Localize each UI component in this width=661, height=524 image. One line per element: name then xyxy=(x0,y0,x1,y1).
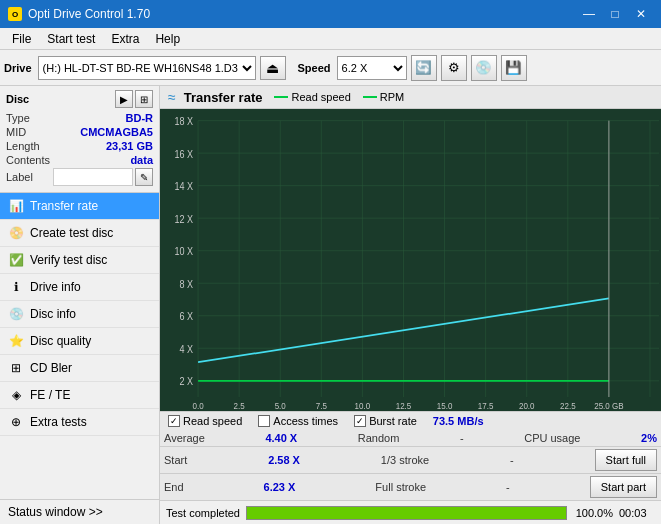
nav-item-extra-tests[interactable]: ⊕ Extra tests xyxy=(0,409,159,436)
access-times-checkbox-label: Access times xyxy=(273,415,338,427)
progress-bar-inner xyxy=(247,507,566,519)
title-bar-left: O Opti Drive Control 1.70 xyxy=(8,7,150,21)
minimize-button[interactable]: — xyxy=(577,4,601,24)
stroke-dash: - xyxy=(510,454,514,466)
close-button[interactable]: ✕ xyxy=(629,4,653,24)
chart-area: 18 X 16 X 14 X 12 X 10 X 8 X 6 X 4 X 2 X… xyxy=(160,109,661,411)
legend-rpm: RPM xyxy=(363,91,404,103)
legend-rpm-color xyxy=(363,96,377,98)
refresh-button[interactable]: 🔄 xyxy=(411,55,437,81)
cpu-usage-value: 2% xyxy=(641,432,657,444)
create-test-disc-icon: 📀 xyxy=(8,225,24,241)
transfer-rate-icon: 📊 xyxy=(8,198,24,214)
disc-label-row: Label ✎ xyxy=(6,168,153,186)
stats-row-3: End 6.23 X Full stroke - Start part xyxy=(160,473,661,500)
nav-label-drive-info: Drive info xyxy=(30,280,81,294)
burst-rate-checkbox[interactable]: ✓ Burst rate xyxy=(354,415,417,427)
svg-text:25.0 GB: 25.0 GB xyxy=(594,400,624,411)
save-button[interactable]: 💾 xyxy=(501,55,527,81)
legend-read-speed-label: Read speed xyxy=(291,91,350,103)
nav-item-disc-info[interactable]: 💿 Disc info xyxy=(0,301,159,328)
label-input[interactable] xyxy=(53,168,133,186)
nav-item-cd-bler[interactable]: ⊞ CD Bler xyxy=(0,355,159,382)
status-text: Test completed xyxy=(166,507,240,519)
read-speed-checkbox[interactable]: ✓ Read speed xyxy=(168,415,242,427)
average-label: Average xyxy=(164,432,205,444)
disc-mid-row: MID CMCMAGBA5 xyxy=(6,126,153,138)
disc-panel: Disc ▶ ⊞ Type BD-R MID CMCMAGBA5 Length … xyxy=(0,86,159,193)
chart-title: Transfer rate xyxy=(184,90,263,105)
svg-text:17.5: 17.5 xyxy=(478,400,494,411)
eject-button[interactable]: ⏏ xyxy=(260,56,286,80)
nav-label-verify-test-disc: Verify test disc xyxy=(30,253,107,267)
svg-text:15.0: 15.0 xyxy=(437,400,453,411)
disc-type-value: BD-R xyxy=(126,112,154,124)
nav-item-verify-test-disc[interactable]: ✅ Verify test disc xyxy=(0,247,159,274)
nav-item-disc-quality[interactable]: ⭐ Disc quality xyxy=(0,328,159,355)
nav-item-fe-te[interactable]: ◈ FE / TE xyxy=(0,382,159,409)
nav-item-create-test-disc[interactable]: 📀 Create test disc xyxy=(0,220,159,247)
access-times-checkbox[interactable]: Access times xyxy=(258,415,338,427)
config-button[interactable]: ⚙ xyxy=(441,55,467,81)
menu-start-test[interactable]: Start test xyxy=(39,30,103,48)
chart-svg: 18 X 16 X 14 X 12 X 10 X 8 X 6 X 4 X 2 X… xyxy=(160,109,661,411)
random-dash: - xyxy=(460,432,464,444)
legend-read-speed: Read speed xyxy=(274,91,350,103)
progress-bar-container: Test completed 100.0% 00:03 xyxy=(160,500,661,524)
nav-label-disc-info: Disc info xyxy=(30,307,76,321)
disc-button[interactable]: 💿 xyxy=(471,55,497,81)
sidebar: Disc ▶ ⊞ Type BD-R MID CMCMAGBA5 Length … xyxy=(0,86,160,524)
menu-help[interactable]: Help xyxy=(147,30,188,48)
disc-label-label: Label xyxy=(6,171,33,183)
disc-type-label: Type xyxy=(6,112,30,124)
chart-icon: ≈ xyxy=(168,89,176,105)
speed-selector[interactable]: 6.2 X xyxy=(337,56,407,80)
svg-text:14 X: 14 X xyxy=(175,181,194,193)
access-times-check-box xyxy=(258,415,270,427)
disc-icon-btn-1[interactable]: ▶ xyxy=(115,90,133,108)
svg-text:10.0: 10.0 xyxy=(355,400,371,411)
svg-text:5.0: 5.0 xyxy=(275,400,286,411)
chart-legend: Read speed RPM xyxy=(274,91,404,103)
full-stroke-dash: - xyxy=(506,481,510,493)
disc-type-row: Type BD-R xyxy=(6,112,153,124)
label-edit-button[interactable]: ✎ xyxy=(135,168,153,186)
start-label: Start xyxy=(164,454,187,466)
disc-icons: ▶ ⊞ xyxy=(115,90,153,108)
nav-item-transfer-rate[interactable]: 📊 Transfer rate xyxy=(0,193,159,220)
svg-text:12 X: 12 X xyxy=(175,213,194,225)
disc-title: Disc xyxy=(6,93,29,105)
burst-rate-check-box: ✓ xyxy=(354,415,366,427)
svg-text:8 X: 8 X xyxy=(180,278,194,290)
status-window-button[interactable]: Status window >> xyxy=(0,499,159,524)
menu-file[interactable]: File xyxy=(4,30,39,48)
svg-rect-0 xyxy=(160,109,661,411)
drive-selector[interactable]: (H:) HL-DT-ST BD-RE WH16NS48 1.D3 xyxy=(38,56,256,80)
nav-items: 📊 Transfer rate 📀 Create test disc ✅ Ver… xyxy=(0,193,159,499)
start-full-button[interactable]: Start full xyxy=(595,449,657,471)
disc-length-label: Length xyxy=(6,140,40,152)
disc-length-row: Length 23,31 GB xyxy=(6,140,153,152)
start-part-button[interactable]: Start part xyxy=(590,476,657,498)
maximize-button[interactable]: □ xyxy=(603,4,627,24)
drive-info-icon: ℹ xyxy=(8,279,24,295)
nav-label-cd-bler: CD Bler xyxy=(30,361,72,375)
progress-percent: 100.0% xyxy=(573,507,613,519)
checkboxes-row: ✓ Read speed Access times ✓ Burst rate 7… xyxy=(160,411,661,430)
menu-extra[interactable]: Extra xyxy=(103,30,147,48)
svg-text:7.5: 7.5 xyxy=(316,400,327,411)
extra-tests-icon: ⊕ xyxy=(8,414,24,430)
svg-text:10 X: 10 X xyxy=(175,246,194,258)
disc-icon-btn-2[interactable]: ⊞ xyxy=(135,90,153,108)
start-value: 2.58 X xyxy=(268,454,300,466)
nav-item-drive-info[interactable]: ℹ Drive info xyxy=(0,274,159,301)
progress-bar-outer xyxy=(246,506,567,520)
disc-mid-label: MID xyxy=(6,126,26,138)
menu-bar: File Start test Extra Help xyxy=(0,28,661,50)
full-stroke-label: Full stroke xyxy=(375,481,426,493)
svg-text:20.0: 20.0 xyxy=(519,400,535,411)
svg-text:18 X: 18 X xyxy=(175,116,194,128)
stroke-label: 1/3 stroke xyxy=(381,454,429,466)
disc-mid-value: CMCMAGBA5 xyxy=(80,126,153,138)
svg-text:0.0: 0.0 xyxy=(193,400,204,411)
